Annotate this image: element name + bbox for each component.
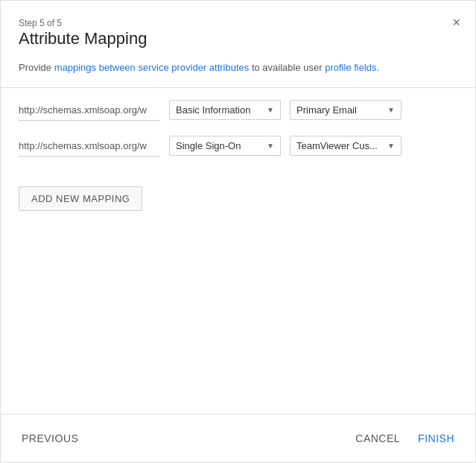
mapping-field-label-1: Primary Email <box>296 104 381 116</box>
step-label: Step 5 of 5 <box>19 18 62 28</box>
chevron-down-icon-4: ▼ <box>387 142 395 150</box>
desc-highlight-1: mappings between service provider attrib… <box>54 62 250 73</box>
cancel-button[interactable]: CANCEL <box>352 426 403 450</box>
mapping-field-select-2[interactable]: TeamViewer Cus... ▼ <box>290 136 402 156</box>
mapping-field-label-2: TeamViewer Cus... <box>296 140 381 151</box>
mapping-category-select-1[interactable]: Basic Information ▼ <box>169 100 281 120</box>
section-divider <box>1 87 475 88</box>
mapping-category-label-2: Single Sign-On <box>176 140 261 151</box>
dialog-footer: PREVIOUS CANCEL FINISH <box>1 414 475 462</box>
desc-highlight-2: profile fields <box>325 62 376 73</box>
previous-button[interactable]: PREVIOUS <box>19 426 81 450</box>
dialog-description: Provide mappings between service provide… <box>1 60 475 87</box>
footer-right: CANCEL FINISH <box>352 426 457 450</box>
footer-left: PREVIOUS <box>19 426 81 450</box>
dialog-body: http://schemas.xmlsoap.org/w Basic Infor… <box>1 100 475 415</box>
dialog-header: Step 5 of 5 Attribute Mapping × <box>1 1 475 60</box>
attribute-mapping-dialog: Step 5 of 5 Attribute Mapping × Provide … <box>0 0 476 463</box>
mapping-field-select-1[interactable]: Primary Email ▼ <box>290 100 402 120</box>
mapping-row: http://schemas.xmlsoap.org/w Single Sign… <box>19 136 457 157</box>
mapping-row: http://schemas.xmlsoap.org/w Basic Infor… <box>19 100 457 121</box>
finish-button[interactable]: FINISH <box>415 426 457 450</box>
mapping-url-1: http://schemas.xmlsoap.org/w <box>19 100 160 121</box>
chevron-down-icon-2: ▼ <box>387 106 395 114</box>
mapping-category-select-2[interactable]: Single Sign-On ▼ <box>169 136 281 156</box>
chevron-down-icon-3: ▼ <box>267 142 274 150</box>
mapping-url-2: http://schemas.xmlsoap.org/w <box>19 136 160 157</box>
mapping-category-label-1: Basic Information <box>176 104 261 116</box>
chevron-down-icon-1: ▼ <box>267 106 274 114</box>
close-button[interactable]: × <box>449 13 463 32</box>
add-new-mapping-button[interactable]: ADD NEW MAPPING <box>19 186 142 211</box>
dialog-title: Attribute Mapping <box>19 29 457 48</box>
